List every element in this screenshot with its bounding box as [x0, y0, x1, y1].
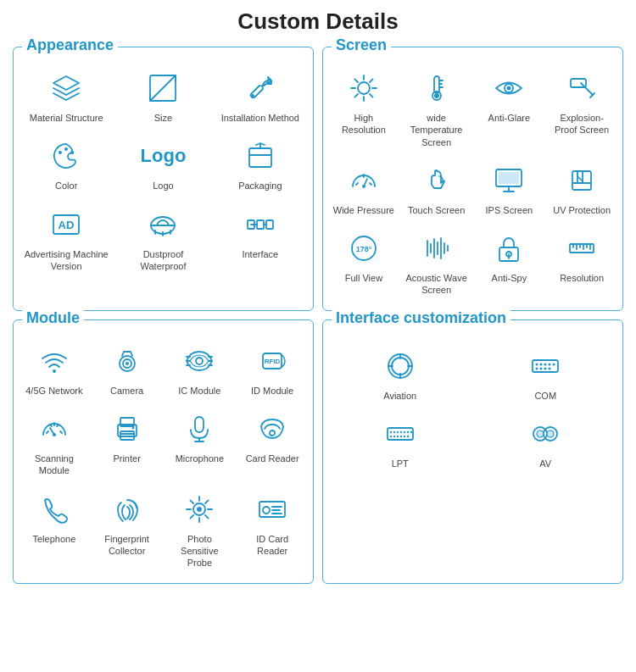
item-ic: IC Module	[166, 337, 234, 400]
svg-point-4	[59, 151, 62, 154]
advertising-label: Advertising Machine Version	[22, 248, 110, 273]
item-aviation: Aviation	[330, 342, 471, 405]
item-lpt: LPT	[330, 410, 471, 473]
color-label: Color	[55, 180, 77, 192]
uv-icon	[561, 160, 602, 201]
interface-title: Interface customization	[332, 309, 510, 327]
lpt-icon	[380, 414, 421, 454]
wide-temp-label: wide Temperature Screen	[404, 112, 469, 148]
svg-rect-93	[120, 431, 134, 440]
speedometer-icon	[34, 408, 75, 449]
resolution-label: Resolution	[560, 272, 604, 284]
svg-line-2	[150, 75, 176, 101]
printer-icon	[107, 408, 148, 449]
ips-label: IPS Screen	[486, 204, 533, 216]
svg-point-75	[126, 362, 129, 365]
id-card-label: ID Card Reader	[240, 533, 304, 558]
item-id-card: ID Card Reader	[238, 486, 306, 573]
item-ips: IPS Screen	[476, 157, 544, 219]
item-explosion-proof: Explosion-Proof Screen	[548, 64, 616, 152]
svg-point-145	[404, 436, 405, 437]
svg-point-126	[544, 363, 547, 365]
item-anti-glare: Anti-Glare	[476, 64, 544, 152]
photoprobe-icon	[179, 489, 220, 530]
material-structure-label: Material Structure	[30, 112, 103, 124]
scanning-label: Scanning Module	[22, 453, 86, 477]
svg-rect-98	[195, 417, 204, 432]
item-com: COM	[476, 342, 616, 405]
svg-point-129	[536, 367, 538, 369]
av-icon	[525, 414, 566, 454]
svg-point-137	[400, 431, 402, 433]
item-dustproof: Dustproof Waterproof	[117, 201, 209, 276]
item-packaging: Packaging	[215, 132, 306, 195]
svg-point-142	[393, 436, 395, 437]
svg-line-28	[370, 79, 373, 82]
packaging-label: Packaging	[238, 180, 282, 192]
com-icon	[525, 346, 566, 386]
item-fingerprint: Fingerprint Collector	[93, 486, 161, 573]
item-material-structure: Material Structure	[20, 64, 112, 127]
svg-text:178°: 178°	[356, 245, 372, 253]
module-section: Module 4/5G Network	[13, 319, 314, 584]
svg-point-135	[393, 431, 395, 433]
logo-text-icon: Logo	[142, 136, 183, 176]
svg-line-109	[205, 500, 209, 503]
svg-point-144	[400, 436, 402, 437]
svg-point-5	[64, 147, 68, 151]
svg-point-45	[362, 185, 365, 188]
fullview-icon: 178°	[343, 228, 384, 269]
svg-text:RFID: RFID	[265, 358, 281, 365]
svg-line-85	[47, 431, 48, 433]
wifi-icon	[34, 341, 75, 381]
svg-point-113	[263, 507, 270, 514]
svg-point-37	[507, 86, 511, 91]
screen-section: Screen High Res	[322, 47, 623, 311]
svg-rect-49	[499, 172, 519, 184]
svg-point-139	[407, 431, 409, 433]
mic-icon	[179, 408, 220, 449]
svg-point-127	[549, 363, 551, 365]
item-resolution: Resolution	[548, 225, 616, 300]
rfid-icon: RFID	[252, 341, 293, 381]
svg-line-87	[60, 431, 62, 433]
item-size: Size	[117, 64, 209, 127]
svg-point-130	[540, 367, 543, 369]
logo-label: Logo	[153, 180, 173, 192]
svg-rect-7	[249, 148, 271, 167]
full-view-label: Full View	[345, 272, 382, 284]
item-card-reader: Card Reader	[238, 405, 306, 480]
item-full-view: 178° Full View	[330, 225, 398, 300]
svg-line-39	[581, 83, 593, 95]
svg-line-41	[356, 183, 358, 185]
svg-rect-123	[533, 360, 558, 372]
interface-label: Interface	[242, 248, 278, 260]
svg-point-21	[358, 82, 370, 94]
item-touch-screen: Touch Screen	[403, 157, 471, 219]
module-title: Module	[22, 309, 84, 327]
item-color: Color	[20, 132, 112, 195]
camera-label: Camera	[110, 385, 143, 397]
svg-point-91	[53, 433, 56, 436]
card-reader-label: Card Reader	[246, 453, 299, 464]
svg-line-27	[370, 94, 373, 97]
svg-rect-18	[266, 220, 273, 229]
svg-point-72	[53, 369, 56, 373]
svg-text:AD: AD	[59, 219, 75, 231]
telephone-label: Telephone	[32, 533, 75, 545]
item-printer: Printer	[93, 405, 161, 480]
item-camera: Camera	[93, 337, 161, 400]
svg-point-140	[410, 431, 412, 433]
item-network: 4/5G Network	[20, 337, 88, 400]
anti-glare-label: Anti-Glare	[488, 112, 531, 124]
uv-label: UV Protection	[553, 204, 611, 216]
svg-point-131	[544, 367, 547, 369]
monitor-icon	[488, 160, 529, 201]
svg-line-29	[354, 94, 358, 97]
item-av: AV	[476, 410, 616, 473]
svg-point-138	[404, 431, 405, 433]
item-logo: Logo Logo	[117, 132, 209, 195]
printer-label: Printer	[113, 453, 140, 464]
id-module-label: ID Module	[251, 385, 293, 397]
svg-point-3	[251, 94, 254, 97]
